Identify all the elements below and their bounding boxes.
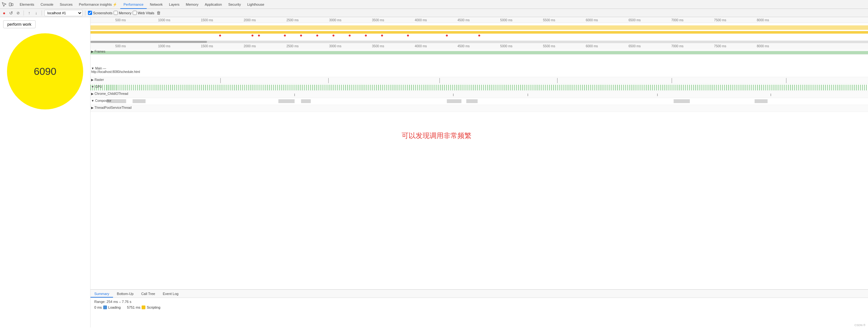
perform-work-button[interactable]: perform work <box>3 20 36 28</box>
svg-point-11 <box>349 35 350 36</box>
svg-rect-61 <box>755 99 768 103</box>
svg-point-6 <box>258 35 260 36</box>
raster-track: ▶ Raster <box>91 77 868 84</box>
range-text: Range: 254 ms – 7.76 s <box>94 300 864 303</box>
memory-toggle[interactable]: Memory <box>114 11 131 15</box>
tab-console[interactable]: Console <box>37 0 57 9</box>
overview-area[interactable] <box>91 24 868 41</box>
ruler2-mark-6500: 6500 ms <box>629 44 641 48</box>
chrome-child-label[interactable]: ▶ Chrome_ChildIOThread <box>91 92 128 96</box>
svg-rect-59 <box>466 99 478 103</box>
tab-network[interactable]: Network <box>147 0 166 9</box>
threadpool-label[interactable]: ▶ ThreadPoolServiceThread <box>91 106 131 109</box>
copyright-text: CSDN ® <box>854 324 865 327</box>
profile-selector[interactable]: localhost #1 <box>44 10 83 16</box>
right-panel: 500 ms 1000 ms 1500 ms 2000 ms 2500 ms 3… <box>91 17 868 327</box>
ruler-mark-5000: 5000 ms <box>500 19 513 22</box>
tab-bottom-up[interactable]: Bottom-Up <box>113 290 137 298</box>
tab-performance[interactable]: Performance <box>120 0 147 9</box>
svg-point-4 <box>219 35 221 36</box>
separator-1 <box>24 10 24 15</box>
separator-2 <box>41 10 42 15</box>
svg-rect-47 <box>91 85 868 90</box>
ruler2-mark-8000: 8000 ms <box>757 44 769 48</box>
upload-button[interactable]: ↑ <box>26 10 32 16</box>
gpu-label[interactable]: ▼ GPU <box>91 85 102 89</box>
frames-label[interactable]: ▶ Frames <box>91 50 105 53</box>
ruler-mark-3500: 3500 ms <box>372 19 384 22</box>
svg-rect-57 <box>301 99 311 103</box>
ruler-mark-2000: 2000 ms <box>244 19 255 22</box>
svg-rect-3 <box>91 31 868 34</box>
record-button[interactable]: ● <box>1 10 7 16</box>
ruler-mark-2500: 2500 ms <box>286 19 299 22</box>
empty-annotation-area: 可以发现调用非常频繁 <box>91 112 868 163</box>
inspect-icon[interactable] <box>1 2 7 7</box>
compositor-label[interactable]: ▼ Compositor <box>91 99 112 102</box>
ruler2-mark-6000: 6000 ms <box>586 44 598 48</box>
tab-sources[interactable]: Sources <box>57 0 75 9</box>
svg-point-7 <box>284 35 286 36</box>
ruler-mark-6000: 6000 ms <box>586 19 598 22</box>
ruler2-mark-4500: 4500 ms <box>458 44 470 48</box>
main-thread-track: ▼ Main — http://localhost:8080/schedule.… <box>91 55 868 77</box>
tab-security[interactable]: Security <box>225 0 244 9</box>
ruler-mark-8000: 8000 ms <box>757 19 769 22</box>
main-label[interactable]: ▼ Main — http://localhost:8080/schedule.… <box>91 67 140 74</box>
chrome-child-track: ▶ Chrome_ChildIOThread <box>91 91 868 98</box>
tab-layers[interactable]: Layers <box>166 0 183 9</box>
svg-point-9 <box>316 35 318 36</box>
ruler-mark-7000: 7000 ms <box>671 19 683 22</box>
delete-recording-button[interactable]: 🗑 <box>156 10 161 16</box>
ruler-mark-1000: 1000 ms <box>158 19 170 22</box>
ruler-mark-1500: 1500 ms <box>201 19 213 22</box>
webvitals-toggle[interactable]: Web Vitals <box>133 11 154 15</box>
loading-color-box <box>103 305 107 309</box>
ruler2-mark-1000: 1000 ms <box>158 44 170 48</box>
tab-elements[interactable]: Elements <box>17 0 37 9</box>
ruler2-mark-5500: 5500 ms <box>543 44 555 48</box>
legend-scripting: 5751 ms Scripting <box>127 305 160 309</box>
svg-point-8 <box>300 35 302 36</box>
gpu-track: ▼ GPU <box>91 84 868 91</box>
svg-rect-56 <box>278 99 294 103</box>
frames-track: ▶ Frames <box>91 49 868 55</box>
tab-memory[interactable]: Memory <box>183 0 202 9</box>
ruler2-mark-5000: 5000 ms <box>500 44 513 48</box>
tab-application[interactable]: Application <box>202 0 225 9</box>
tab-event-log[interactable]: Event Log <box>159 290 183 298</box>
svg-rect-1 <box>11 3 13 6</box>
svg-point-15 <box>446 35 448 36</box>
main-layout: perform work 6090 500 ms 1000 ms 1500 ms… <box>0 17 868 327</box>
overview-ruler-top: 500 ms 1000 ms 1500 ms 2000 ms 2500 ms 3… <box>91 17 868 24</box>
overview-yellow-bar <box>91 25 868 30</box>
tab-summary[interactable]: Summary <box>91 290 113 298</box>
svg-point-10 <box>332 35 334 36</box>
ruler-mark-7500: 7500 ms <box>714 19 726 22</box>
ruler2-mark-7500: 7500 ms <box>714 44 726 48</box>
raster-label[interactable]: ▶ Raster <box>91 78 104 81</box>
tab-performance-insights[interactable]: Performance insights ⚡ <box>76 0 120 9</box>
tab-lighthouse[interactable]: Lighthouse <box>244 0 268 9</box>
svg-rect-58 <box>447 99 461 103</box>
ruler2-mark-3000: 3000 ms <box>329 44 341 48</box>
scripting-color-box <box>142 305 146 309</box>
timeline-tracks[interactable]: ▶ Frames ▼ Main — http://localhost:8080/… <box>91 49 868 289</box>
svg-rect-60 <box>674 99 690 103</box>
reload-record-button[interactable]: ↺ <box>8 10 14 16</box>
download-button[interactable]: ↓ <box>33 10 39 16</box>
ruler2-mark-4000: 4000 ms <box>415 44 427 48</box>
compositor-track: ▼ Compositor <box>91 98 868 105</box>
legend-loading: 0 ms Loading <box>94 305 121 309</box>
tab-call-tree[interactable]: Call Tree <box>137 290 159 298</box>
screenshots-toggle[interactable]: Screenshots <box>88 11 113 15</box>
ruler-mark-3000: 3000 ms <box>329 19 341 22</box>
circle-number: 6090 <box>34 66 56 77</box>
ruler-mark-4500: 4500 ms <box>458 19 470 22</box>
ruler2-mark-3500: 3500 ms <box>372 44 384 48</box>
devtools-tab-bar: Elements Console Sources Performance ins… <box>0 0 868 9</box>
device-toolbar-icon[interactable] <box>8 2 14 7</box>
clear-button[interactable]: ⊘ <box>15 10 21 16</box>
legend-row: 0 ms Loading 5751 ms Scripting <box>94 305 864 309</box>
ruler-mark-5500: 5500 ms <box>543 19 555 22</box>
